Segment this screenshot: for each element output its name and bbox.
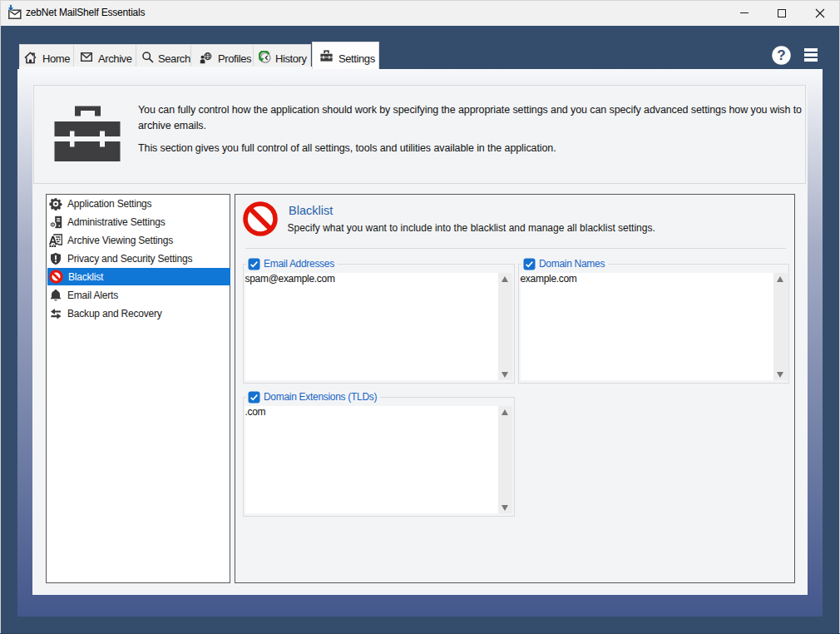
svg-text:?: ? <box>777 47 785 63</box>
